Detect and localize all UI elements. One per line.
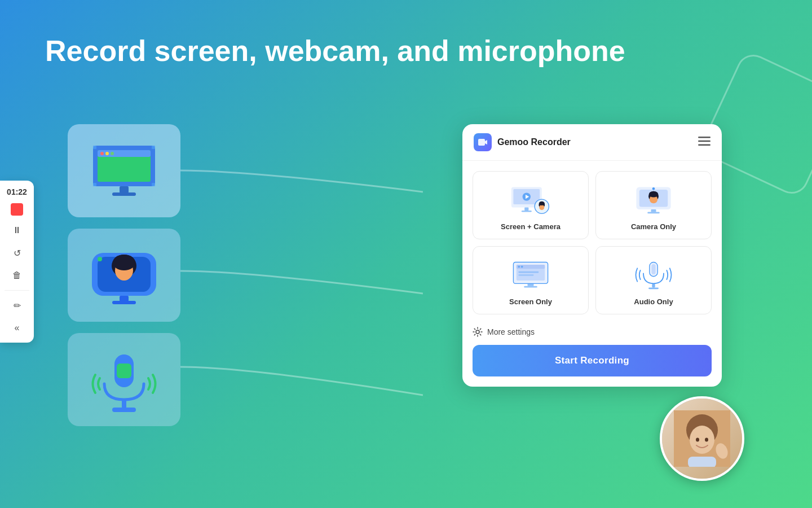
camera-illustration-card — [68, 229, 180, 322]
edit-button[interactable]: ✏ — [9, 297, 25, 313]
screen-camera-label: Screen + Camera — [501, 222, 561, 231]
screen-illustration-card — [68, 124, 180, 217]
svg-rect-9 — [152, 146, 155, 149]
svg-point-37 — [539, 205, 544, 210]
toolbar-divider — [5, 290, 29, 291]
svg-rect-7 — [112, 192, 136, 196]
delete-button[interactable]: 🗑 — [9, 268, 25, 283]
svg-rect-34 — [522, 211, 532, 212]
recorder-panel: Gemoo Recorder — [462, 124, 722, 387]
webcam-placeholder — [662, 398, 742, 479]
camera-illustration-icon — [87, 244, 161, 306]
svg-point-41 — [652, 187, 655, 190]
stop-button[interactable] — [11, 203, 23, 216]
page-headline: Record screen, webcam, and microphone — [45, 34, 767, 68]
svg-rect-49 — [517, 265, 545, 269]
floating-toolbar: 01:22 ⏸ ↺ 🗑 ✏ « — [0, 181, 34, 343]
screen-only-label: Screen Only — [509, 297, 552, 306]
mode-grid: Screen + Camera — [462, 161, 722, 325]
svg-rect-42 — [651, 209, 656, 212]
camera-only-mode-icon — [631, 183, 676, 217]
svg-point-64 — [696, 438, 699, 442]
svg-rect-26 — [698, 137, 710, 138]
camera-only-label: Camera Only — [631, 222, 676, 231]
collapse-button[interactable]: « — [9, 320, 25, 336]
refresh-button[interactable]: ↺ — [9, 245, 25, 261]
svg-point-5 — [111, 152, 114, 155]
recording-timer: 01:22 — [7, 187, 27, 196]
camera-only-svg — [633, 185, 674, 215]
svg-point-4 — [105, 152, 109, 155]
mic-illustration-icon — [87, 343, 161, 417]
person-avatar-svg — [674, 410, 730, 467]
svg-rect-23 — [112, 408, 136, 412]
svg-marker-25 — [485, 140, 487, 144]
svg-point-46 — [649, 191, 658, 198]
svg-rect-58 — [652, 283, 655, 287]
recorder-header: Gemoo Recorder — [462, 124, 722, 161]
svg-rect-10 — [93, 183, 96, 186]
svg-rect-19 — [112, 301, 136, 304]
screen-camera-svg — [510, 185, 551, 215]
svg-rect-66 — [688, 457, 716, 467]
pause-button[interactable]: ⏸ — [9, 222, 25, 238]
svg-rect-53 — [518, 274, 533, 276]
svg-rect-55 — [524, 286, 537, 288]
svg-rect-21 — [117, 364, 131, 378]
recorder-logo-area: Gemoo Recorder — [474, 133, 571, 151]
svg-rect-59 — [648, 288, 659, 290]
mode-screen-camera[interactable]: Screen + Camera — [473, 171, 589, 239]
mode-screen-only[interactable]: Screen Only — [473, 246, 589, 314]
recorder-title: Gemoo Recorder — [497, 137, 571, 147]
svg-rect-8 — [93, 146, 96, 149]
svg-point-16 — [113, 255, 135, 270]
menu-icon[interactable] — [698, 137, 710, 148]
svg-point-65 — [705, 438, 708, 442]
connector-lines — [180, 124, 423, 446]
mic-illustration-card — [68, 333, 180, 426]
svg-rect-24 — [478, 139, 485, 146]
svg-rect-52 — [518, 271, 539, 273]
svg-point-50 — [518, 266, 520, 268]
screen-only-svg — [510, 260, 551, 290]
hamburger-icon — [698, 137, 710, 146]
start-recording-button[interactable]: Start Recording — [473, 345, 712, 376]
svg-point-3 — [100, 152, 104, 155]
mode-camera-only[interactable]: Camera Only — [595, 171, 712, 239]
webcam-avatar — [660, 396, 744, 481]
more-settings-row[interactable]: More settings — [462, 325, 722, 345]
svg-point-63 — [690, 426, 714, 454]
svg-rect-11 — [152, 183, 155, 186]
svg-rect-54 — [528, 283, 534, 286]
svg-rect-28 — [698, 144, 710, 146]
settings-gear-icon — [473, 327, 483, 337]
svg-rect-33 — [524, 208, 528, 211]
svg-rect-18 — [120, 296, 129, 301]
screen-illustration-icon — [87, 140, 161, 202]
svg-rect-22 — [122, 400, 126, 409]
svg-rect-27 — [698, 140, 710, 142]
screen-camera-mode-icon — [508, 183, 553, 217]
camera-logo-svg — [478, 137, 488, 147]
svg-rect-6 — [120, 186, 129, 193]
screen-only-mode-icon — [508, 258, 553, 292]
svg-rect-57 — [651, 264, 655, 274]
more-settings-label: More settings — [487, 327, 535, 336]
svg-rect-43 — [647, 212, 660, 214]
svg-point-60 — [476, 330, 479, 334]
audio-only-label: Audio Only — [634, 297, 673, 306]
svg-point-38 — [539, 202, 545, 205]
audio-only-svg — [633, 260, 674, 290]
svg-point-17 — [98, 257, 102, 261]
illustration-area — [68, 124, 180, 426]
recorder-logo-icon — [474, 133, 492, 151]
mode-audio-only[interactable]: Audio Only — [595, 246, 712, 314]
audio-only-mode-icon — [631, 258, 676, 292]
svg-point-51 — [521, 266, 523, 268]
